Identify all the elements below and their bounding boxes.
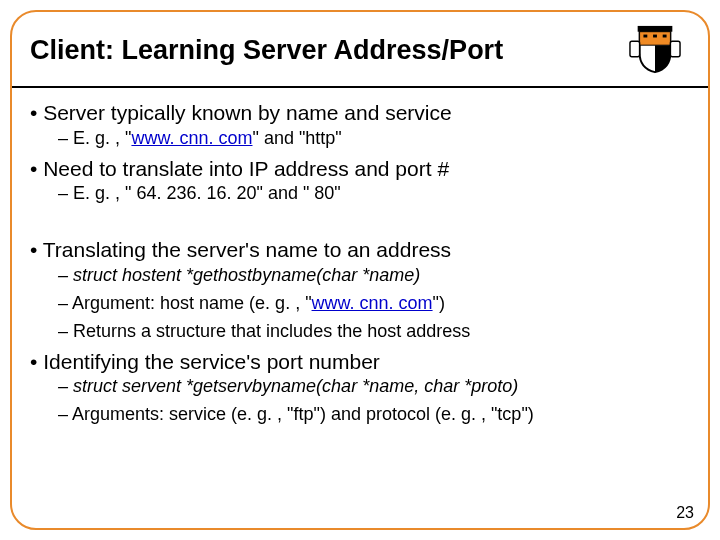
bullet-4-sub-2: – Arguments: service (e. g. , "ftp") and… xyxy=(58,404,690,426)
bullet-2-text: Need to translate into IP address and po… xyxy=(43,157,449,180)
bullet-1-sub-1: – E. g. , "www. cnn. com" and "http" xyxy=(58,128,690,150)
bullet-4-text: Identifying the service's port number xyxy=(43,350,380,373)
bullet-3-text: Translating the server's name to an addr… xyxy=(43,238,451,261)
svg-rect-4 xyxy=(653,35,657,38)
bullet-1-text: Server typically known by name and servi… xyxy=(43,101,452,124)
slide-title: Client: Learning Server Address/Port xyxy=(30,35,626,66)
link-cnn-2[interactable]: www. cnn. com xyxy=(312,293,433,313)
bullet-4-sub-1: – struct servent *getservbyname(char *na… xyxy=(58,376,690,398)
text: – Argument: host name (e. g. , " xyxy=(58,293,312,313)
svg-rect-2 xyxy=(670,41,680,56)
bullet-3-sub-3: – Returns a structure that includes the … xyxy=(58,321,690,343)
bullet-4: • Identifying the service's port number xyxy=(30,349,690,375)
text: – E. g. , " xyxy=(58,128,131,148)
princeton-shield-icon xyxy=(626,24,684,76)
bullet-3: • Translating the server's name to an ad… xyxy=(30,237,690,263)
bullet-1: • Server typically known by name and ser… xyxy=(30,100,690,126)
title-bar: Client: Learning Server Address/Port xyxy=(12,12,708,88)
svg-rect-5 xyxy=(663,35,667,38)
spacer xyxy=(30,211,690,231)
bullet-2-sub-1: – E. g. , " 64. 236. 16. 20" and " 80" xyxy=(58,183,690,205)
text: " and "http" xyxy=(252,128,341,148)
bullet-3-sub-1: – struct hostent *gethostbyname(char *na… xyxy=(58,265,690,287)
page-number: 23 xyxy=(676,504,694,522)
bullet-3-sub-2: – Argument: host name (e. g. , "www. cnn… xyxy=(58,293,690,315)
svg-rect-1 xyxy=(630,41,640,56)
text: ") xyxy=(433,293,445,313)
slide-body: • Server typically known by name and ser… xyxy=(12,88,708,426)
slide-frame: Client: Learning Server Address/Port • S… xyxy=(10,10,710,530)
svg-rect-3 xyxy=(643,35,647,38)
bullet-2: • Need to translate into IP address and … xyxy=(30,156,690,182)
link-cnn-1[interactable]: www. cnn. com xyxy=(131,128,252,148)
